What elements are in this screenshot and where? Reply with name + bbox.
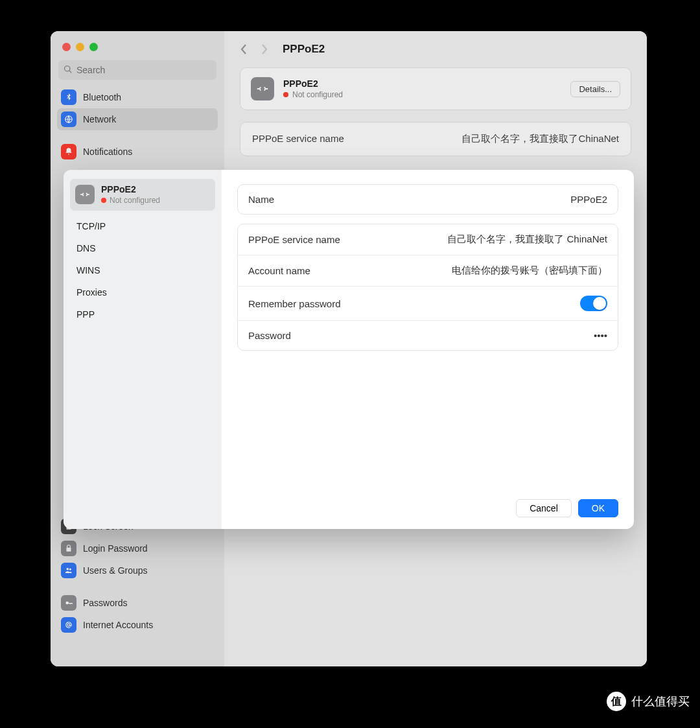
sheet-interface-name: PPPoE2 [101,184,160,196]
sheet-tab-wins[interactable]: WINS [70,260,215,281]
form-name-card: Name PPPoE2 [237,184,618,215]
form-row-account-name: Account name 电信给你的拨号账号（密码填下面） [238,255,618,287]
form-row-password: Password •••• [238,321,618,350]
sheet-sidebar: PPPoE2 Not configured TCP/IP DNS WINS Pr… [64,170,222,529]
sheet-interface-status: Not configured [101,196,160,205]
service-name-input[interactable]: 自己取个名字，我直接取了 ChinaNet [447,233,607,246]
form-row-name: Name PPPoE2 [238,185,618,214]
name-value[interactable]: PPPoE2 [570,194,607,205]
sheet-footer: Cancel OK [237,499,618,517]
form-pppoe-card: PPPoE service name 自己取个名字，我直接取了 ChinaNet… [237,224,618,351]
account-name-input[interactable]: 电信给你的拨号账号（密码填下面） [452,264,607,277]
watermark: 值 什么值得买 [607,692,690,711]
password-label: Password [248,330,291,341]
watermark-text: 什么值得买 [631,694,690,709]
sheet-tab-proxies[interactable]: Proxies [70,282,215,303]
cancel-button[interactable]: Cancel [516,499,572,517]
sheet-tab-tcpip[interactable]: TCP/IP [70,216,215,237]
sheet-tab-dns[interactable]: DNS [70,238,215,259]
remember-password-label: Remember password [248,298,341,309]
password-input[interactable]: •••• [594,330,607,341]
name-label: Name [248,194,274,205]
ok-button[interactable]: OK [578,499,618,517]
watermark-badge-icon: 值 [607,692,626,711]
sheet-tab-ppp[interactable]: PPP [70,304,215,325]
status-dot-icon [101,198,106,203]
form-row-service-name: PPPoE service name 自己取个名字，我直接取了 ChinaNet [238,224,618,255]
form-row-remember-password: Remember password [238,287,618,321]
pppoe-icon [75,185,95,204]
sheet-main: Name PPPoE2 PPPoE service name 自己取个名字，我直… [222,170,634,529]
remember-password-toggle[interactable] [580,296,607,311]
details-sheet: PPPoE2 Not configured TCP/IP DNS WINS Pr… [64,170,634,529]
sheet-sidebar-header[interactable]: PPPoE2 Not configured [70,179,215,211]
service-name-label: PPPoE service name [248,234,340,245]
account-name-label: Account name [248,265,310,276]
